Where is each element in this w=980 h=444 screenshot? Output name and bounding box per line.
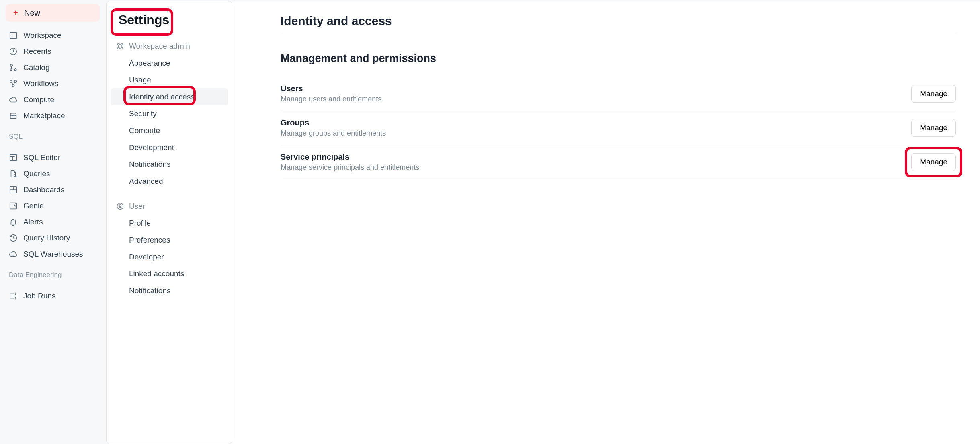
svg-point-13 bbox=[121, 43, 123, 45]
settings-item-appearance[interactable]: Appearance bbox=[111, 55, 228, 72]
nav-item-query-history[interactable]: Query History bbox=[6, 230, 100, 246]
settings-group-user: User bbox=[108, 198, 230, 215]
nav-item-label: Workflows bbox=[23, 79, 58, 88]
mgmt-row-desc: Manage service principals and entitlemen… bbox=[281, 163, 419, 172]
section-title: Management and permissions bbox=[281, 52, 956, 65]
nav-section-data-engineering: Data Engineering bbox=[6, 262, 100, 282]
nav-item-workspace[interactable]: Workspace bbox=[6, 27, 100, 43]
nav-item-marketplace[interactable]: Marketplace bbox=[6, 108, 100, 124]
page-title: Identity and access bbox=[281, 14, 956, 28]
settings-item-label: Notifications bbox=[129, 160, 171, 169]
nav-item-label: SQL Warehouses bbox=[23, 250, 83, 259]
global-nav: New Workspace Recents Catalog Workflows bbox=[0, 0, 105, 444]
nav-sql-list: SQL Editor Queries Dashboards Genie Aler… bbox=[6, 150, 100, 262]
nav-item-sql-warehouses[interactable]: SQL Warehouses bbox=[6, 246, 100, 262]
settings-item-notifications-admin[interactable]: Notifications bbox=[111, 156, 228, 173]
mgmt-row-title: Groups bbox=[281, 118, 386, 127]
workspace-icon bbox=[9, 31, 18, 40]
mgmt-row-title: Users bbox=[281, 84, 381, 93]
nav-data-engineering-list: Job Runs bbox=[6, 288, 100, 304]
manage-users-button[interactable]: Manage bbox=[911, 85, 956, 103]
mgmt-row-service-principals: Service principals Manage service princi… bbox=[281, 145, 956, 179]
settings-item-label: Profile bbox=[129, 219, 151, 227]
settings-title: Settings bbox=[112, 9, 176, 31]
warehouse-icon bbox=[9, 250, 18, 259]
mgmt-row-desc: Manage users and entitlements bbox=[281, 95, 381, 103]
genie-icon bbox=[9, 201, 18, 210]
settings-item-usage[interactable]: Usage bbox=[111, 72, 228, 88]
settings-item-label: Usage bbox=[129, 76, 151, 84]
settings-item-label: Security bbox=[129, 109, 157, 118]
catalog-icon bbox=[9, 63, 18, 72]
settings-item-notifications-user[interactable]: Notifications bbox=[111, 282, 228, 299]
workflows-icon bbox=[9, 79, 18, 88]
svg-point-3 bbox=[10, 69, 12, 71]
nav-main-list: Workspace Recents Catalog Workflows Comp… bbox=[6, 27, 100, 124]
nav-item-dashboards[interactable]: Dashboards bbox=[6, 182, 100, 198]
settings-item-profile[interactable]: Profile bbox=[111, 215, 228, 232]
settings-item-label: Advanced bbox=[129, 177, 163, 185]
nav-item-sql-editor[interactable]: SQL Editor bbox=[6, 150, 100, 166]
mgmt-labels: Groups Manage groups and entitlements bbox=[281, 118, 386, 138]
svg-point-14 bbox=[118, 47, 119, 49]
job-runs-icon bbox=[9, 292, 18, 300]
nav-item-alerts[interactable]: Alerts bbox=[6, 214, 100, 230]
nav-item-label: Query History bbox=[23, 234, 70, 243]
nav-item-label: Marketplace bbox=[23, 111, 65, 120]
mgmt-labels: Users Manage users and entitlements bbox=[281, 84, 381, 103]
svg-point-4 bbox=[14, 69, 16, 71]
new-button[interactable]: New bbox=[6, 4, 100, 22]
settings-item-identity-and-access[interactable]: Identity and access bbox=[111, 88, 228, 105]
user-icon bbox=[116, 202, 124, 210]
svg-point-2 bbox=[10, 64, 13, 67]
plus-icon bbox=[12, 9, 19, 16]
settings-group-label: Workspace admin bbox=[129, 42, 190, 51]
nav-item-label: SQL Editor bbox=[23, 153, 60, 162]
nav-item-job-runs[interactable]: Job Runs bbox=[6, 288, 100, 304]
dashboards-icon bbox=[9, 185, 18, 194]
settings-group-label: User bbox=[129, 202, 145, 211]
settings-item-advanced[interactable]: Advanced bbox=[111, 173, 228, 190]
settings-item-label: Appearance bbox=[129, 59, 170, 67]
settings-item-label: Preferences bbox=[129, 236, 170, 244]
queries-icon bbox=[9, 169, 18, 178]
nav-item-catalog[interactable]: Catalog bbox=[6, 60, 100, 76]
mgmt-labels: Service principals Manage service princi… bbox=[281, 152, 419, 172]
nav-item-workflows[interactable]: Workflows bbox=[6, 76, 100, 92]
nav-item-compute[interactable]: Compute bbox=[6, 92, 100, 108]
nav-item-recents[interactable]: Recents bbox=[6, 43, 100, 60]
settings-item-preferences[interactable]: Preferences bbox=[111, 232, 228, 249]
settings-item-developer[interactable]: Developer bbox=[111, 249, 228, 265]
settings-item-label: Linked accounts bbox=[129, 269, 184, 278]
sql-editor-icon bbox=[9, 153, 18, 162]
manage-service-principals-button[interactable]: Manage bbox=[911, 153, 956, 171]
mgmt-row-groups: Groups Manage groups and entitlements Ma… bbox=[281, 111, 956, 145]
nav-item-label: Alerts bbox=[23, 218, 43, 226]
mgmt-row-desc: Manage groups and entitlements bbox=[281, 129, 386, 138]
nav-item-label: Genie bbox=[23, 201, 44, 210]
nav-item-label: Queries bbox=[23, 169, 50, 178]
workspace-admin-icon bbox=[116, 42, 124, 50]
svg-rect-0 bbox=[10, 33, 17, 39]
settings-item-compute[interactable]: Compute bbox=[111, 122, 228, 139]
main-content: Identity and access Management and permi… bbox=[232, 1, 980, 444]
storefront-icon bbox=[9, 111, 18, 120]
svg-point-7 bbox=[12, 85, 14, 87]
settings-item-label: Compute bbox=[129, 126, 160, 135]
page-divider bbox=[281, 35, 956, 35]
cloud-icon bbox=[9, 95, 18, 104]
settings-item-development[interactable]: Development bbox=[111, 139, 228, 156]
svg-rect-8 bbox=[10, 155, 17, 161]
nav-item-genie[interactable]: Genie bbox=[6, 198, 100, 214]
new-button-label: New bbox=[24, 8, 40, 18]
svg-point-17 bbox=[119, 205, 121, 207]
nav-item-label: Dashboards bbox=[23, 185, 64, 194]
nav-item-label: Workspace bbox=[23, 31, 62, 40]
settings-item-label: Notifications bbox=[129, 286, 171, 295]
nav-item-label: Recents bbox=[23, 47, 51, 56]
manage-groups-button[interactable]: Manage bbox=[911, 119, 956, 137]
history-icon bbox=[9, 234, 18, 243]
settings-item-linked-accounts[interactable]: Linked accounts bbox=[111, 265, 228, 282]
settings-item-security[interactable]: Security bbox=[111, 105, 228, 122]
nav-item-queries[interactable]: Queries bbox=[6, 166, 100, 182]
